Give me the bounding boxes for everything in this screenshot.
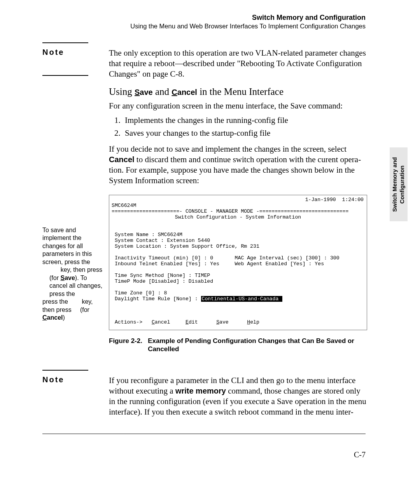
console-inactivity: Inactivity Timeout (min) [0] : 0 MAC Age… [112, 255, 340, 261]
heading-cancel: Cancel [172, 88, 197, 96]
console-action-edit: dit [189, 319, 198, 325]
para-cancel-word: Cancel [109, 155, 135, 164]
console-action-help-u: H [247, 319, 250, 325]
header-title: Switch Memory and Configuration [130, 14, 366, 22]
list-item: Implements the changes in the running-co… [122, 115, 368, 126]
sidebar-l5: ) [63, 314, 65, 321]
sidebar-l1: To save and implement the changes for al… [42, 227, 92, 265]
header-subtitle: Using the Menu and Web Browser Interface… [130, 23, 366, 30]
console-syslocation: System Location : System Support Office,… [112, 243, 259, 249]
console-divider: ======================- CONSOLE - MANAGE… [112, 208, 348, 214]
console-telnet: Inbound Telnet Enabled [Yes] : Yes Web A… [112, 261, 324, 267]
thumb-tab: Switch Memory and Configuration [390, 147, 408, 221]
note-label-2: Note [42, 375, 64, 384]
footer-rule [42, 434, 366, 434]
heading-cancel-underline: C [172, 88, 177, 96]
console-screenshot: SMC6624M1-Jan-1990 1:24:00 =============… [109, 195, 367, 330]
console-action-save: ave [219, 319, 229, 325]
para-cancel-a: If you decide not to save and implement … [109, 144, 346, 154]
heading-text-mid: and [153, 86, 172, 97]
console-action-cancel: ancel [155, 319, 170, 325]
console-actions: Actions-> Cancel Edit Save Help [112, 319, 259, 325]
console-dtr-value: Continental-US-and-Canada [201, 296, 283, 302]
figure-caption-text: Example of Pending Configuration Changes… [148, 337, 358, 354]
console-timezone: Time Zone [0] : 8 [112, 290, 167, 296]
note2-rule-top [42, 370, 88, 371]
console-action-save-u: S [216, 319, 219, 325]
console-timesync: Time Sync Method [None] : TIMEP [112, 273, 210, 278]
heading-text-post: in the Menu Interface [197, 86, 284, 97]
sidebar-cancel-u: C [42, 314, 47, 321]
console-sysname: System Name : SMC6624M [112, 232, 182, 238]
console-dtr-line: Daylight Time Rule [None] : Continental-… [112, 296, 282, 302]
console-datetime: 1-Jan-1990 1:24:00 [305, 197, 364, 203]
console-syscontact: System Contact : Extension 5440 [112, 238, 210, 243]
list-item: Saves your changes to the startup-config… [122, 128, 368, 138]
thumb-tab-text: Switch Memory and Configuration [391, 157, 406, 212]
console-timepmode: TimeP Mode [Disabled] : Disabled [112, 278, 213, 284]
thumb-tab-l2: Configuration [399, 165, 405, 203]
console-action-cancel-u: C [152, 319, 155, 325]
heading-save: Save [135, 88, 153, 96]
thumb-tab-l1: Switch Memory and [391, 157, 398, 212]
note-1-text: The only exception to this operation are… [109, 48, 368, 79]
para-cancel-b: to discard them and continue switch oper… [109, 155, 361, 185]
sidebar-keythen: key, then press [61, 266, 102, 273]
note2-write-memory: write memory [175, 387, 226, 395]
sidebar-l2a: (for [49, 275, 60, 281]
page-number: C-7 [354, 450, 366, 459]
note-rule-top [42, 42, 88, 43]
console-dtr-label: Daylight Time Rule [None] : [112, 296, 201, 302]
note-label-1: Note [42, 48, 64, 57]
console-action-help: elp [250, 319, 259, 325]
sidebar-annotation: To save and implement the changes for al… [42, 226, 105, 322]
console-action-edit-u: E [186, 319, 189, 325]
sidebar-cancel-rest: ancel [47, 314, 63, 321]
console-title: Switch Configuration - System Informatio… [112, 214, 364, 220]
section-heading: Using Save and Cancel in the Menu Interf… [109, 86, 368, 98]
numbered-list: Implements the changes in the running-co… [109, 115, 368, 141]
console-host: SMC6624M [112, 203, 136, 208]
note-rule-bottom [42, 75, 88, 76]
running-header: Switch Memory and Configuration Using th… [130, 14, 366, 30]
para-cancel: If you decide not to save and implement … [109, 144, 368, 186]
heading-save-underline: S [135, 88, 140, 96]
heading-text-pre: Using [109, 86, 135, 97]
sidebar-save-u: S [60, 275, 65, 281]
sidebar-l4: (for [80, 306, 89, 313]
para-save-intro: For any configuration screen in the menu… [109, 101, 368, 111]
console-date: 1-Jan-1990 [305, 197, 336, 203]
note-2-text: If you reconfigure a parameter in the CL… [109, 375, 368, 417]
figure-caption: Figure 2-2. Example of Pending Configura… [109, 337, 368, 354]
sidebar-save-rest: ave [65, 275, 75, 281]
heading-cancel-rest: ancel [177, 88, 197, 96]
heading-save-rest: ave [140, 88, 152, 96]
figure-number: Figure 2-2. [109, 337, 142, 345]
console-actions-label: Actions-> [112, 319, 152, 325]
console-time: 1:24:00 [342, 197, 364, 203]
